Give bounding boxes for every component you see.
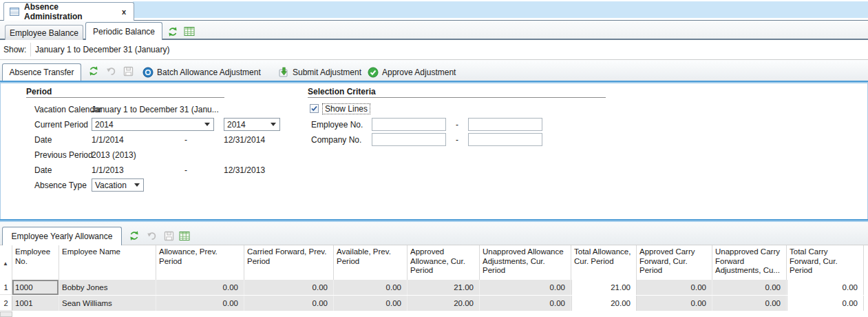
- grid-column-header[interactable]: Total Allowance, Cur. Period: [571, 245, 637, 280]
- grid-cell[interactable]: 0.00: [480, 296, 571, 311]
- previous-period-label: Previous Period: [34, 150, 93, 160]
- date2-dash: -: [184, 165, 187, 175]
- date1-label: Date: [34, 135, 52, 145]
- grid-row: 21001Sean Williams0.000.000.0020.000.002…: [0, 296, 868, 311]
- grid-cell[interactable]: 20.00: [407, 296, 480, 311]
- row-number[interactable]: 1: [0, 280, 12, 295]
- grid-column-header[interactable]: Allowance, Prev. Period: [156, 245, 244, 280]
- show-separator: [30, 43, 31, 57]
- date2-to-value: 12/31/2013: [224, 165, 265, 175]
- absence-type-label: Absence Type: [34, 181, 87, 190]
- tab-absence-transfer[interactable]: Absence Transfer: [2, 63, 81, 81]
- grid-cell[interactable]: 0.00: [334, 280, 407, 295]
- undo-icon[interactable]: [106, 66, 116, 76]
- chevron-down-icon: [134, 183, 140, 187]
- grid-cell[interactable]: 0.00: [334, 296, 407, 311]
- window-tab-title: Absence Administration: [24, 2, 115, 21]
- grid-cell[interactable]: 21.00: [407, 280, 480, 295]
- grid-new-row-gutter[interactable]: [0, 311, 12, 317]
- grid-column-header[interactable]: Available, Prev. Period: [334, 245, 407, 280]
- close-icon[interactable]: x: [120, 8, 128, 16]
- tab-employee-yearly-allowance[interactable]: Employee Yearly Allowance: [2, 227, 122, 245]
- employee-no-to-field[interactable]: [468, 118, 542, 131]
- current-period-year-select[interactable]: 2014: [224, 118, 280, 131]
- tab-absence-transfer-label: Absence Transfer: [9, 68, 74, 77]
- sort-ascending-icon: ▲: [3, 259, 8, 269]
- grid-cell[interactable]: 0.00: [244, 296, 334, 311]
- grid-cell[interactable]: 20.00: [571, 296, 637, 311]
- refresh-icon[interactable]: [88, 65, 99, 76]
- company-no-dash: -: [456, 135, 458, 145]
- grid-sort-gutter-header[interactable]: ▲: [0, 245, 12, 280]
- refresh-icon[interactable]: [129, 230, 140, 241]
- show-lines-label[interactable]: Show Lines: [322, 103, 370, 114]
- grid-cell[interactable]: 0.00: [244, 280, 334, 295]
- tab-employee-balance[interactable]: Employee Balance: [5, 25, 83, 40]
- grid-cell[interactable]: Bobby Jones: [59, 280, 156, 295]
- current-period-select[interactable]: 2014: [92, 118, 214, 131]
- grid-cell[interactable]: 0.00: [787, 296, 864, 311]
- batch-allowance-adjustment-button[interactable]: Batch Allowance Adjustment: [142, 64, 261, 80]
- grid-cell[interactable]: 21.00: [571, 280, 637, 295]
- grid-cell[interactable]: 0.00: [787, 280, 864, 295]
- company-no-label: Company No.: [311, 135, 361, 145]
- grid-column-header[interactable]: Approved Allowance, Cur. Period: [407, 245, 480, 280]
- current-period-year-value: 2014: [227, 120, 246, 130]
- date2-label: Date: [34, 165, 52, 175]
- tab-employee-balance-label: Employee Balance: [10, 28, 78, 38]
- selection-criteria-group-rule: [308, 97, 606, 98]
- show-filter-value[interactable]: January 1 to December 31 (January): [35, 45, 169, 54]
- submit-adjustment-icon: [278, 67, 289, 78]
- employee-no-label: Employee No.: [311, 120, 363, 130]
- selection-criteria-group-title: Selection Criteria: [308, 87, 376, 96]
- grid-column-header[interactable]: Approved Carry Forward, Cur. Period: [637, 245, 712, 280]
- row-number[interactable]: 2: [0, 296, 12, 311]
- employee-no-from-field[interactable]: [372, 118, 446, 131]
- grid-cell[interactable]: 1000: [12, 280, 59, 295]
- grid-cell[interactable]: 0.00: [712, 296, 787, 311]
- grid-cell[interactable]: 0.00: [712, 280, 787, 295]
- show-label: Show:: [3, 45, 26, 54]
- company-no-from-field[interactable]: [372, 133, 446, 146]
- submit-adjustment-label: Submit Adjustment: [293, 68, 361, 77]
- employee-allowance-grid: ▲Employee No.Employee NameAllowance, Pre…: [0, 245, 868, 317]
- tab-absence-administration[interactable]: Absence Administration x: [3, 2, 134, 21]
- grid-cell[interactable]: 0.00: [637, 280, 712, 295]
- grid-column-header[interactable]: Unapproved Carry Forward Adjustments, Cu…: [712, 245, 787, 280]
- absence-type-value: Vacation: [95, 181, 127, 190]
- refresh-icon[interactable]: [167, 26, 178, 37]
- batch-adjustment-icon: [142, 67, 154, 78]
- grid-cell[interactable]: 1001: [12, 296, 59, 311]
- grid-row: 11000Bobby Jones0.000.000.0021.000.0021.…: [0, 280, 868, 295]
- tab-periodic-balance[interactable]: Periodic Balance: [85, 22, 162, 40]
- employee-no-dash: -: [456, 120, 458, 130]
- grid-cell[interactable]: Sean Williams: [59, 296, 156, 311]
- date1-from-value: 1/1/2014: [92, 135, 124, 145]
- grid-column-header[interactable]: Total Carry Forward, Cur. Period: [787, 245, 864, 280]
- grid-cell[interactable]: 0.00: [156, 296, 244, 311]
- absence-type-select[interactable]: Vacation: [92, 178, 144, 192]
- table-view-icon[interactable]: [179, 231, 190, 241]
- save-icon[interactable]: [123, 66, 134, 76]
- grid-cell[interactable]: 0.00: [156, 280, 244, 295]
- vacation-calendar-value[interactable]: January 1 to December 31 (Janu...: [92, 105, 219, 114]
- period-group-rule: [26, 97, 224, 98]
- grid-cell[interactable]: 0.00: [480, 280, 571, 295]
- grid-column-header[interactable]: Carried Forward, Prev. Period: [244, 245, 334, 280]
- grid-column-header[interactable]: Employee No.: [12, 245, 59, 280]
- table-view-icon[interactable]: [184, 26, 195, 37]
- window-tabstrip-background: [133, 1, 868, 18]
- submit-adjustment-button[interactable]: Submit Adjustment: [278, 64, 361, 80]
- approve-adjustment-button[interactable]: Approve Adjustment: [368, 64, 456, 80]
- current-period-label: Current Period: [34, 120, 88, 130]
- chevron-down-icon: [271, 123, 276, 126]
- save-icon[interactable]: [164, 231, 174, 241]
- period-group-title: Period: [26, 87, 52, 96]
- company-no-to-field[interactable]: [468, 133, 542, 146]
- grid-column-header[interactable]: Unapproved Allowance Adjustments, Cur. P…: [480, 245, 571, 280]
- grid-cell[interactable]: 0.00: [637, 296, 712, 311]
- absence-administration-window: Absence Administration x Employee Balanc…: [0, 0, 868, 317]
- show-lines-checkbox[interactable]: [310, 104, 319, 113]
- grid-column-header[interactable]: Employee Name: [59, 245, 156, 280]
- undo-icon[interactable]: [147, 231, 157, 241]
